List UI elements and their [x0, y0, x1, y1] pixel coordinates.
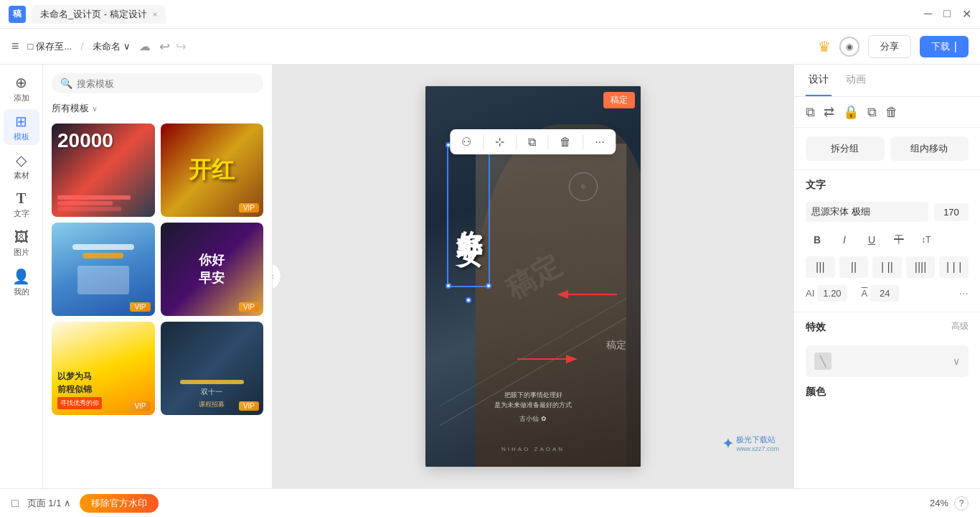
- format-row: B I U 干 ↕T: [794, 226, 980, 253]
- search-input[interactable]: [77, 78, 255, 89]
- template-item-3[interactable]: VIP: [52, 223, 155, 316]
- mine-label: 我的: [14, 287, 29, 297]
- copy-icon-button[interactable]: ⧉: [525, 134, 539, 150]
- vip-badge-2: VIP: [239, 203, 259, 213]
- undo-button[interactable]: ↩: [159, 39, 170, 55]
- effect-dropdown[interactable]: ╲ ∨: [806, 345, 969, 377]
- char-spacing-icon: A: [862, 288, 868, 299]
- separator: /: [80, 40, 83, 53]
- handle-bottom-left[interactable]: [446, 283, 451, 289]
- redo-button[interactable]: ↪: [176, 39, 187, 55]
- toolbar-separator-2: [516, 135, 517, 149]
- sidebar-item-template[interactable]: ⊞ 模板: [4, 109, 39, 145]
- poster-main-text: 你好早安: [451, 210, 486, 221]
- vip-badge-6: VIP: [239, 401, 259, 411]
- zoom-level[interactable]: 24%: [930, 498, 948, 508]
- page-view-icon[interactable]: □: [11, 497, 19, 510]
- download-button[interactable]: 下载 |: [920, 36, 969, 57]
- file-name-button[interactable]: 未命名 ∨: [93, 40, 131, 53]
- page-arrow-icon[interactable]: ∧: [64, 498, 71, 508]
- remove-watermark-button[interactable]: 移除官方水印: [80, 494, 159, 513]
- duplicate-icon[interactable]: ⧉: [867, 105, 877, 120]
- handle-rotate[interactable]: [466, 297, 471, 303]
- canvas-area: ‹ ⚇ ⊹ ⧉ 🗑 ···: [273, 65, 793, 488]
- crown-icon[interactable]: ♛: [818, 38, 831, 55]
- tab-design[interactable]: 设计: [806, 65, 831, 96]
- maximize-button[interactable]: □: [943, 7, 951, 21]
- help-button[interactable]: ?: [954, 496, 969, 511]
- handle-bottom-right[interactable]: [486, 283, 491, 289]
- move-in-group-button[interactable]: 组内移动: [890, 136, 969, 161]
- flip-icon[interactable]: ⇄: [824, 104, 834, 120]
- template-item-2[interactable]: 开红 VIP: [161, 124, 264, 217]
- sidebar-item-text[interactable]: T 文字: [4, 187, 39, 223]
- poster-confirm-button[interactable]: 稿定: [603, 92, 635, 108]
- record-button[interactable]: ◉: [839, 37, 859, 57]
- toolbar-right: ♛ ◉ 分享 下载 |: [818, 35, 969, 58]
- filter-label: 所有模板: [52, 102, 89, 115]
- sidebar-item-image[interactable]: 🖼 图片: [4, 225, 39, 261]
- search-icon: 🔍: [60, 78, 72, 89]
- file-name-label: 未命名: [93, 40, 121, 53]
- save-button[interactable]: □ 保存至...: [28, 40, 72, 53]
- sidebar-item-add[interactable]: ⊕ 添加: [4, 70, 39, 106]
- main-layout: ⊕ 添加 ⊞ 模板 ◇ 素材 T 文字 🖼 图片 👤 我的 🔍: [0, 65, 980, 488]
- lock-icon[interactable]: 🔒: [843, 104, 859, 120]
- underline-button[interactable]: U: [860, 229, 883, 251]
- layers-icon[interactable]: ⧉: [806, 105, 815, 120]
- vertical-text-button[interactable]: ↕T: [915, 229, 938, 251]
- ungroup-icon-button[interactable]: ⚇: [458, 134, 474, 150]
- align-justify-button[interactable]: ||||: [906, 256, 936, 278]
- template-item-5[interactable]: 以梦为马前程似锦 寻找优秀的你 VIP: [52, 322, 155, 415]
- font-name-selector[interactable]: 思源宋体 极细: [806, 202, 928, 222]
- color-section: 颜色: [794, 386, 980, 404]
- ungroup-button[interactable]: 拆分组: [806, 136, 885, 161]
- tab-animation[interactable]: 动画: [843, 65, 869, 96]
- action-buttons: 拆分组 组内移动: [794, 128, 980, 170]
- align-right-button[interactable]: | ||: [872, 256, 902, 278]
- title-tab[interactable]: 未命名_设计页 - 稿定设计 ×: [32, 5, 166, 24]
- record-icon: ◉: [846, 42, 853, 52]
- window-controls: ─ □ ✕: [924, 7, 971, 21]
- template-item-4[interactable]: 你好早安 VIP: [161, 223, 264, 316]
- panel-collapse-button[interactable]: ‹: [273, 262, 281, 291]
- text-selected-element[interactable]: 你好早安: [447, 144, 490, 287]
- image-label: 图片: [14, 247, 29, 258]
- menu-icon[interactable]: ≡: [11, 39, 19, 54]
- canvas-toolbar: ⚇ ⊹ ⧉ 🗑 ···: [450, 129, 616, 154]
- close-button[interactable]: ✕: [962, 7, 971, 21]
- delete-right-icon[interactable]: 🗑: [885, 105, 898, 120]
- resize-icon-button[interactable]: ⊹: [492, 134, 507, 150]
- toolbar-separator-4: [583, 135, 583, 149]
- minimize-button[interactable]: ─: [924, 7, 932, 21]
- watermark-logo-icon: ✦: [722, 436, 733, 452]
- close-tab-button[interactable]: ×: [153, 10, 157, 19]
- italic-button[interactable]: I: [833, 229, 856, 251]
- add-label: 添加: [14, 93, 29, 103]
- sidebar-item-mine[interactable]: 👤 我的: [4, 264, 39, 300]
- share-button[interactable]: 分享: [868, 35, 911, 58]
- delete-icon-button[interactable]: 🗑: [557, 134, 574, 150]
- sidebar: ⊕ 添加 ⊞ 模板 ◇ 素材 T 文字 🖼 图片 👤 我的: [0, 65, 43, 488]
- line-spacing-value[interactable]: 1.20: [817, 285, 847, 302]
- more-icon-button[interactable]: ···: [592, 134, 607, 150]
- more-options-button[interactable]: ···: [959, 287, 969, 300]
- history-controls: ↩ ↪: [159, 39, 187, 55]
- bold-button[interactable]: B: [806, 229, 829, 251]
- font-size-input[interactable]: [934, 203, 969, 221]
- template-item-1[interactable]: 20000: [52, 124, 155, 217]
- cloud-icon[interactable]: ☁: [139, 39, 151, 53]
- search-box[interactable]: 🔍: [52, 73, 263, 93]
- template-item-6[interactable]: 双十一 课程招募 VIP: [161, 322, 264, 415]
- sidebar-item-material[interactable]: ◇ 素材: [4, 148, 39, 184]
- download-more-icon[interactable]: |: [954, 40, 957, 53]
- filter-bar[interactable]: 所有模板 ∨: [52, 102, 263, 115]
- char-spacing-value[interactable]: 24: [870, 285, 899, 302]
- strikethrough-button[interactable]: 干: [887, 229, 910, 251]
- align-left-button[interactable]: |||: [806, 256, 835, 278]
- image-icon: 🖼: [14, 229, 29, 246]
- effects-advanced-button[interactable]: 高级: [951, 320, 969, 332]
- file-name-dropdown-icon: ∨: [123, 41, 131, 52]
- align-distribute-button[interactable]: | | |: [939, 256, 969, 278]
- align-center-button[interactable]: ||: [839, 256, 869, 278]
